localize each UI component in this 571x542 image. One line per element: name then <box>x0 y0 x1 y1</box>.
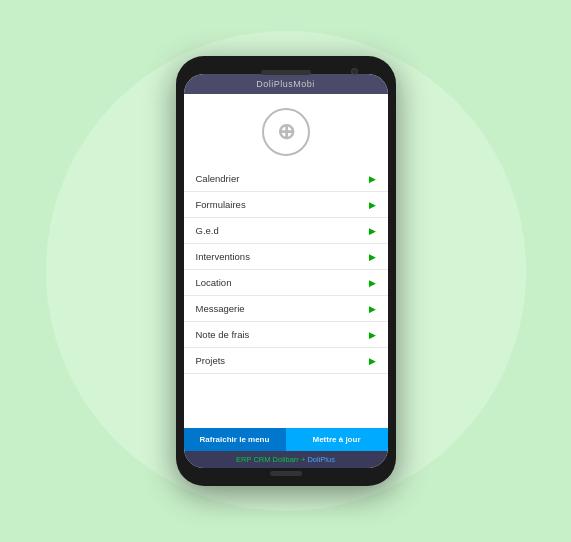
menu-label-note-de-frais: Note de frais <box>196 329 250 340</box>
menu-label-calendrier: Calendrier <box>196 173 240 184</box>
menu-item-location[interactable]: Location ▶ <box>184 270 388 296</box>
screen-header: DoliPlusMobi <box>184 74 388 94</box>
menu-item-formulaires[interactable]: Formulaires ▶ <box>184 192 388 218</box>
menu-arrow-note-de-frais: ▶ <box>369 330 376 340</box>
phone-home-button[interactable] <box>270 471 302 476</box>
phone-camera <box>351 68 358 75</box>
phone-speaker <box>261 70 311 75</box>
menu-arrow-interventions: ▶ <box>369 252 376 262</box>
menu-arrow-formulaires: ▶ <box>369 200 376 210</box>
menu-item-note-de-frais[interactable]: Note de frais ▶ <box>184 322 388 348</box>
menu-arrow-calendrier: ▶ <box>369 174 376 184</box>
phone-screen: DoliPlusMobi ⊕ Calendrier ▶ Formulaires … <box>184 74 388 468</box>
refresh-button[interactable]: Rafraîchir le menu <box>184 428 286 451</box>
footer-erp-label: ERP CRM Dolibarr <box>236 455 299 464</box>
menu-label-messagerie: Messagerie <box>196 303 245 314</box>
menu-arrow-location: ▶ <box>369 278 376 288</box>
menu-arrow-ged: ▶ <box>369 226 376 236</box>
phone-device: DoliPlusMobi ⊕ Calendrier ▶ Formulaires … <box>176 56 396 486</box>
menu-list: Calendrier ▶ Formulaires ▶ G.e.d ▶ Inter… <box>184 166 388 428</box>
update-button[interactable]: Mettre à jour <box>286 428 388 451</box>
bottom-buttons: Rafraîchir le menu Mettre à jour <box>184 428 388 451</box>
menu-item-messagerie[interactable]: Messagerie ▶ <box>184 296 388 322</box>
menu-label-location: Location <box>196 277 232 288</box>
menu-label-formulaires: Formulaires <box>196 199 246 210</box>
menu-label-interventions: Interventions <box>196 251 250 262</box>
menu-label-ged: G.e.d <box>196 225 219 236</box>
menu-label-projets: Projets <box>196 355 226 366</box>
menu-arrow-messagerie: ▶ <box>369 304 376 314</box>
footer-doliplus-label: DoliPlus <box>307 455 335 464</box>
menu-arrow-projets: ▶ <box>369 356 376 366</box>
app-logo: ⊕ <box>262 108 310 156</box>
menu-item-interventions[interactable]: Interventions ▶ <box>184 244 388 270</box>
menu-item-projets[interactable]: Projets ▶ <box>184 348 388 374</box>
menu-item-ged[interactable]: G.e.d ▶ <box>184 218 388 244</box>
logo-symbol: ⊕ <box>277 119 295 145</box>
logo-area: ⊕ <box>184 94 388 166</box>
screen-footer: ERP CRM Dolibarr + DoliPlus <box>184 451 388 468</box>
app-title: DoliPlusMobi <box>256 79 315 89</box>
menu-item-calendrier[interactable]: Calendrier ▶ <box>184 166 388 192</box>
